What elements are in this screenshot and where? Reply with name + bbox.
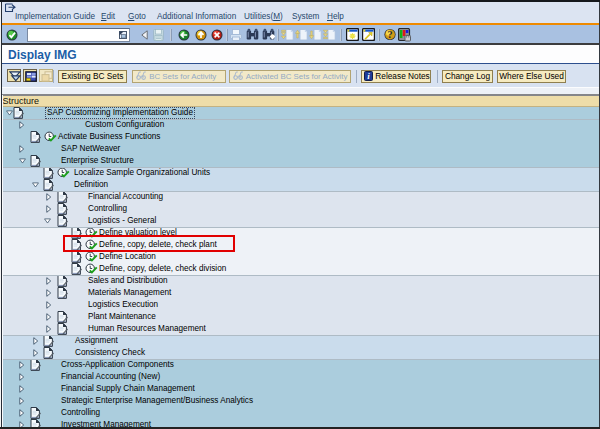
svg-text:?: ?: [388, 29, 393, 40]
